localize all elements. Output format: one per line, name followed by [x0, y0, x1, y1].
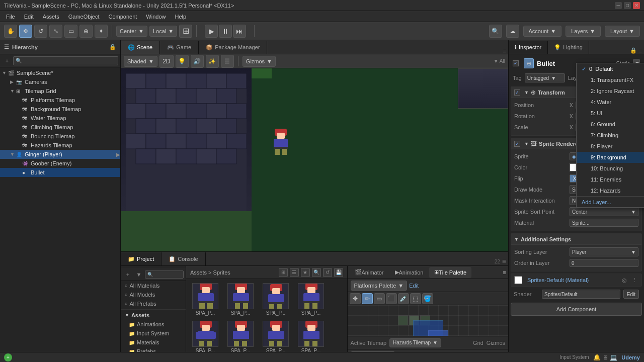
pivot-dropdown[interactable]: Center ▼ — [116, 26, 147, 37]
transform-active-checkbox[interactable] — [514, 89, 520, 96]
space-dropdown[interactable]: Local ▼ — [149, 26, 177, 37]
shading-dropdown[interactable]: Shaded ▼ — [124, 56, 157, 67]
cloud-btn[interactable]: ☁ — [506, 25, 519, 38]
hierarchy-scene-root[interactable]: ▼ 🎬 SampleScene* — [0, 68, 120, 77]
menu-component[interactable]: Component — [104, 13, 141, 21]
assets-list-view-btn[interactable]: ☰ — [290, 268, 299, 277]
tp-menu[interactable]: ≡ — [503, 269, 506, 276]
hierarchy-item-bouncing[interactable]: 🗺 Bouncing Tilemap — [0, 132, 120, 141]
layer-option-ignore-raycast[interactable]: 2: Ignore Raycast — [577, 85, 644, 97]
material-more-btn[interactable]: ⋮ — [630, 276, 638, 284]
tab-game[interactable]: 🎮 Game — [160, 41, 199, 54]
minimize-button[interactable]: ─ — [615, 2, 622, 9]
play-button[interactable]: ▶ — [205, 25, 218, 38]
hierarchy-item-bullet[interactable]: ● Bullet — [0, 168, 120, 177]
inspector-menu-icon[interactable]: ≡ — [639, 48, 642, 54]
step-button[interactable]: ⏭ — [233, 25, 246, 38]
palette-dropdown[interactable]: Platforms Palette ▼ — [351, 281, 408, 291]
scene-panel-menu[interactable]: ≡ — [501, 48, 508, 54]
layer-option-ui[interactable]: 5: UI — [577, 108, 644, 119]
tool-rect[interactable]: ▭ — [64, 25, 77, 38]
layer-option-bouncing[interactable]: 10: Bouncing — [577, 163, 644, 174]
asset-item-1[interactable]: SPA_P... — [188, 281, 222, 318]
brush-fill-btn[interactable]: ⬛ — [386, 293, 397, 304]
brush-erase-btn[interactable]: ⬚ — [410, 293, 421, 304]
maximize-button[interactable]: □ — [624, 2, 631, 9]
layer-option-climbing[interactable]: 7: Climbing — [577, 130, 644, 141]
layer-option-ground[interactable]: 6: Ground — [577, 119, 644, 130]
filter-all-prefabs[interactable]: ○ All Prefabs — [121, 299, 186, 308]
tab-console[interactable]: 📋 Console — [162, 252, 205, 265]
hierarchy-item-hazards[interactable]: 🗺 Hazards Tilemap — [0, 141, 120, 150]
assets-refresh-btn[interactable]: ↺ — [323, 268, 332, 277]
hierarchy-item-climbing[interactable]: 🗺 Climbing Tilemap — [0, 123, 120, 132]
account-dropdown[interactable]: Account ▼ — [523, 26, 562, 37]
tab-lighting[interactable]: 💡 Lighting — [548, 41, 589, 54]
asset-item-4[interactable]: SPA_P... — [294, 281, 328, 318]
layer-option-player[interactable]: 8: Player — [577, 141, 644, 152]
sprite-renderer-active-checkbox[interactable] — [514, 141, 520, 147]
tag-dropdown[interactable]: Untagged ▼ — [525, 73, 565, 82]
project-search-input[interactable]: 🔍 — [145, 270, 184, 279]
brush-box-btn[interactable]: ▭ — [374, 293, 385, 304]
object-active-checkbox[interactable] — [513, 60, 519, 66]
hierarchy-item-tilemapgrid[interactable]: ▼ ⊞ Tilemap Grid — [0, 86, 120, 96]
hierarchy-item-ginger[interactable]: ▼ 👤 Ginger (Player) ▶ — [0, 150, 120, 159]
asset-item-6[interactable]: SPA_P... — [223, 319, 258, 355]
filter-all-models[interactable]: ○ All Models — [121, 290, 186, 299]
brush-select-btn[interactable]: ✥ — [350, 293, 361, 304]
asset-item-2[interactable]: SPA_P... — [223, 281, 258, 318]
tab-package-manager[interactable]: 📦 Package Manager — [199, 41, 267, 54]
tool-move[interactable]: ✥ — [19, 25, 32, 38]
palette-blue-tile-cluster2[interactable] — [428, 330, 448, 336]
add-component-button[interactable]: Add Component — [511, 303, 642, 316]
shader-dropdown[interactable]: Sprites/Default — [542, 290, 620, 299]
brush-fill2-btn[interactable]: 🪣 — [422, 293, 433, 304]
layout-dropdown[interactable]: Layout ▼ — [605, 26, 640, 37]
bottom-menu[interactable]: ≡ — [502, 257, 506, 265]
2d-toggle[interactable]: 2D — [159, 55, 174, 68]
asset-item-8[interactable]: SPA_P... — [294, 319, 328, 355]
assets-fav-btn[interactable]: ★ — [301, 268, 310, 277]
hierarchy-item-goober[interactable]: 👾 Goober (Enemy) — [0, 159, 120, 168]
menu-window[interactable]: Window — [142, 13, 170, 21]
ginger-expand-icon[interactable]: ▶ — [116, 152, 120, 157]
asset-item-3[interactable]: SPA_P... — [259, 281, 293, 318]
asset-item-7[interactable]: SPA_P... — [259, 319, 293, 355]
hierarchy-item-water[interactable]: 🗺 Water Tilemap — [0, 114, 120, 123]
tab-animation[interactable]: ▶ Animation — [390, 267, 429, 278]
fx-toggle[interactable]: ✨ — [206, 55, 219, 68]
close-button[interactable]: ✕ — [633, 2, 640, 9]
layer-option-default[interactable]: 0: Default — [577, 63, 644, 74]
tool-custom[interactable]: ✦ — [95, 25, 108, 38]
active-tilemap-dropdown[interactable]: Hazards Tilemap ▼ — [389, 338, 441, 347]
additional-settings-header[interactable]: ▼ Additional Settings — [511, 234, 641, 245]
palette-tile-1[interactable] — [398, 315, 408, 325]
tab-animator[interactable]: 🎬 Animator — [350, 267, 389, 278]
menu-edit[interactable]: Edit — [20, 13, 38, 21]
tab-inspector[interactable]: ℹ Inspector — [509, 41, 548, 54]
sorting-layer-dropdown[interactable]: Player ▼ — [570, 247, 638, 256]
lighting-toggle[interactable]: 💡 — [176, 55, 189, 68]
hierarchy-add-btn[interactable]: + — [2, 56, 12, 66]
material-target-btn[interactable]: ◎ — [620, 276, 628, 284]
menu-file[interactable]: File — [2, 13, 19, 21]
layer-option-background[interactable]: 9: Background — [577, 152, 644, 163]
pause-button[interactable]: ⏸ — [219, 25, 232, 38]
layer-add-layer-btn[interactable]: Add Layer... — [577, 196, 644, 207]
layer-option-hazards[interactable]: 12: Hazards — [577, 185, 644, 196]
tool-hand[interactable]: ✋ — [4, 25, 17, 38]
palette-edit-btn[interactable]: Edit — [409, 283, 419, 289]
layers-dropdown[interactable]: Layers ▼ — [566, 26, 601, 37]
folder-assets-root[interactable]: ▼ Assets — [121, 311, 186, 320]
status-icon[interactable]: + — [4, 353, 12, 361]
snap-btn[interactable]: ⊞ — [179, 25, 192, 38]
assets-save-btn[interactable]: 💾 — [334, 268, 343, 277]
tilepalette-content[interactable] — [348, 305, 509, 336]
hierarchy-item-background[interactable]: 🗺 Background Tilemap — [0, 105, 120, 114]
hierarchy-item-platforms[interactable]: 🗺 Platforms Tilemap — [0, 96, 120, 105]
layer-option-transparentfx[interactable]: 1: TransparentFX — [577, 74, 644, 85]
project-add-btn[interactable]: + — [123, 269, 133, 280]
tab-scene[interactable]: 🌐 Scene — [121, 41, 160, 54]
material-value-field[interactable]: Sprite... — [570, 219, 638, 227]
